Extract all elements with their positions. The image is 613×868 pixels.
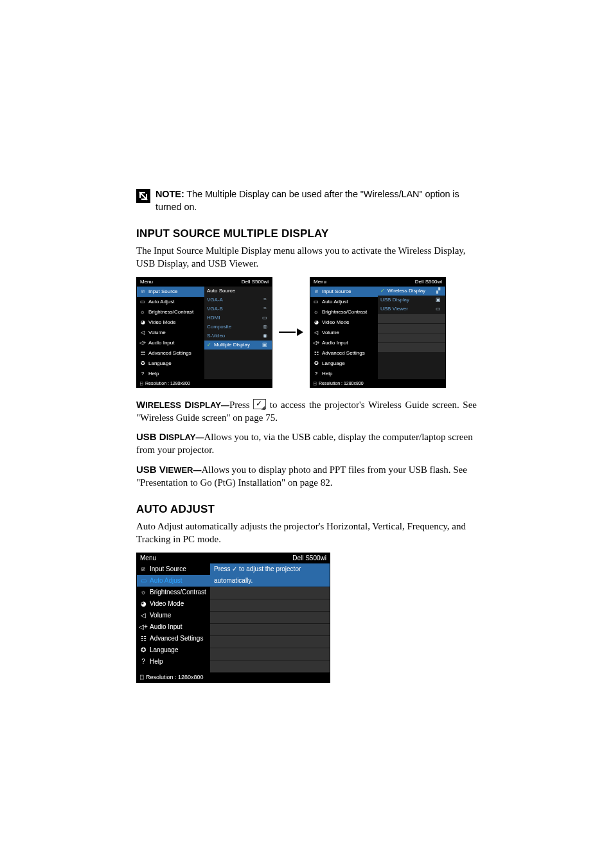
- language-icon: ✪: [139, 646, 147, 654]
- auto-adjust-icon: ▭: [313, 299, 319, 305]
- option-label: VGA-B: [207, 306, 258, 312]
- option-text: Press ✓ to adjust the projector: [210, 563, 330, 575]
- para-input-source: The Input Source Multiple Display menu a…: [136, 244, 477, 270]
- note-body: The Multiple Display can be used after t…: [155, 189, 459, 212]
- osd-sidebar: ⎚Input Source ▭Auto Adjust ☼Brightness/C…: [137, 287, 204, 379]
- hdmi-icon: ▭: [260, 315, 269, 321]
- language-icon: ✪: [139, 360, 146, 367]
- audio-input-icon: ◁+: [139, 340, 146, 346]
- para-usb-display: USB DISPLAY—Allows you to, via the USB c…: [136, 430, 477, 457]
- brightness-icon: ☼: [139, 589, 147, 596]
- advanced-settings-icon: ☷: [313, 350, 319, 357]
- sc-cap: USB V: [136, 464, 166, 475]
- osd-options: Press ✓ to adjust the projector automati…: [210, 563, 330, 673]
- option-label: VGA-A: [207, 297, 258, 303]
- language-icon: ✪: [313, 360, 319, 367]
- volume-icon: ◁: [139, 330, 146, 336]
- sc-rest: ISPLAY—: [191, 400, 229, 410]
- para-usb-viewer: USB VIEWER—Allows you to display photo a…: [136, 463, 477, 490]
- usb-viewer-icon: ▭: [434, 306, 443, 312]
- sidebar-item: Advanced Settings: [150, 635, 203, 642]
- osd-title: Menu: [140, 555, 156, 562]
- option-text: automatically.: [210, 575, 330, 587]
- sidebar-item: Help: [150, 659, 163, 665]
- sidebar-item: Brightness/Contrast: [150, 589, 206, 596]
- osd-sidebar: ⎚Input Source ▭Auto Adjust ☼Brightness/C…: [137, 563, 210, 673]
- sidebar-item: Audio Input: [148, 341, 174, 346]
- sidebar-item: Audio Input: [322, 341, 348, 346]
- sidebar-item: Advanced Settings: [322, 351, 365, 356]
- advanced-settings-icon: ☷: [139, 635, 147, 642]
- sidebar-item: Input Source: [148, 289, 177, 294]
- sidebar-item: Video Mode: [322, 320, 350, 325]
- osd-model: Dell S500wi: [415, 279, 442, 285]
- auto-adjust-icon: ▭: [139, 299, 146, 305]
- sidebar-item: Volume: [150, 612, 171, 619]
- video-mode-icon: ◕: [313, 319, 319, 326]
- osd-resolution: Resolution : 1280x800: [146, 675, 204, 680]
- sc-cap: D: [184, 399, 191, 410]
- check-button-icon: [253, 399, 266, 409]
- option-label: HDMI: [207, 315, 258, 321]
- text: Press: [229, 400, 253, 410]
- advanced-settings-icon: ☷: [139, 350, 146, 357]
- sidebar-item: Audio Input: [150, 624, 182, 630]
- video-mode-icon: ◕: [139, 319, 146, 326]
- sidebar-item: Help: [148, 371, 159, 376]
- option-label: Wireless Display: [387, 288, 431, 294]
- option-label: USB Viewer: [380, 306, 431, 312]
- heading-input-source-multiple-display: INPUT SOURCE MULTIPLE DISPLAY: [136, 227, 477, 240]
- input-source-icon: ⎚: [139, 288, 146, 295]
- osd-resolution: Resolution : 1280x800: [319, 381, 364, 385]
- check-icon: ✓: [380, 288, 385, 294]
- sc-rest: IRELESS: [145, 400, 181, 410]
- vga-icon: ⌔: [260, 306, 269, 312]
- note-block: NOTE: The Multiple Display can be used a…: [136, 188, 477, 213]
- sidebar-item: Input Source: [150, 566, 186, 572]
- volume-icon: ◁: [139, 612, 147, 619]
- sc-rest: IEWER—: [166, 465, 202, 475]
- note-label: NOTE:: [155, 189, 184, 199]
- osd-title: Menu: [314, 279, 326, 285]
- sidebar-item: Language: [148, 361, 172, 366]
- audio-input-icon: ◁+: [313, 340, 319, 346]
- osd-options: ✓Wireless Display▞ USB Display▣ USB View…: [378, 287, 445, 379]
- osd-model: Dell S500wi: [292, 555, 326, 562]
- option-label: Multiple Display: [214, 342, 258, 348]
- wireless-icon: ▞: [434, 288, 443, 294]
- help-icon: ?: [139, 658, 147, 666]
- help-icon: ?: [139, 371, 146, 377]
- osd-multiple-display: Menu Dell S500wi ⎚Input Source ▭Auto Adj…: [310, 277, 446, 388]
- osd-title: Menu: [140, 279, 153, 285]
- sidebar-item: Video Mode: [150, 601, 184, 607]
- osd-options: Auto Source VGA-A⌔ VGA-B⌔ HDMI▭ Composit…: [204, 287, 272, 379]
- sidebar-item: Auto Adjust: [150, 578, 182, 584]
- svideo-icon: ◉: [260, 333, 269, 339]
- note-icon: [136, 189, 150, 203]
- para-auto-adjust: Auto Adjust automatically adjusts the pr…: [136, 520, 477, 546]
- hdmi-badge-icon: ⌸: [140, 381, 143, 385]
- sidebar-item: Volume: [148, 330, 166, 335]
- sidebar-item: Help: [322, 371, 332, 376]
- option-label: USB Display: [380, 297, 431, 303]
- heading-auto-adjust: AUTO ADJUST: [136, 503, 477, 516]
- sidebar-item: Input Source: [322, 289, 351, 294]
- sidebar-item: Brightness/Contrast: [148, 310, 193, 315]
- sc-cap: W: [136, 399, 145, 410]
- sc-cap: USB D: [136, 431, 166, 442]
- help-icon: ?: [313, 371, 319, 377]
- brightness-icon: ☼: [139, 309, 146, 315]
- composite-icon: ◎: [260, 324, 269, 330]
- note-text: NOTE: The Multiple Display can be used a…: [155, 188, 477, 213]
- option-label: Composite: [207, 324, 258, 330]
- sidebar-item: Auto Adjust: [322, 299, 348, 305]
- option-label: S-Video: [207, 333, 258, 339]
- osd-model: Dell S500wi: [242, 279, 269, 285]
- option-label: Auto Source: [207, 288, 269, 294]
- vga-icon: ⌔: [260, 297, 269, 303]
- check-icon: ✓: [207, 342, 211, 348]
- sc-rest: ISPLAY—: [166, 432, 204, 442]
- video-mode-icon: ◕: [139, 600, 147, 608]
- hdmi-badge-icon: ⌸: [140, 675, 143, 680]
- osd-row: Menu Dell S500wi ⎚Input Source ▭Auto Adj…: [136, 277, 477, 388]
